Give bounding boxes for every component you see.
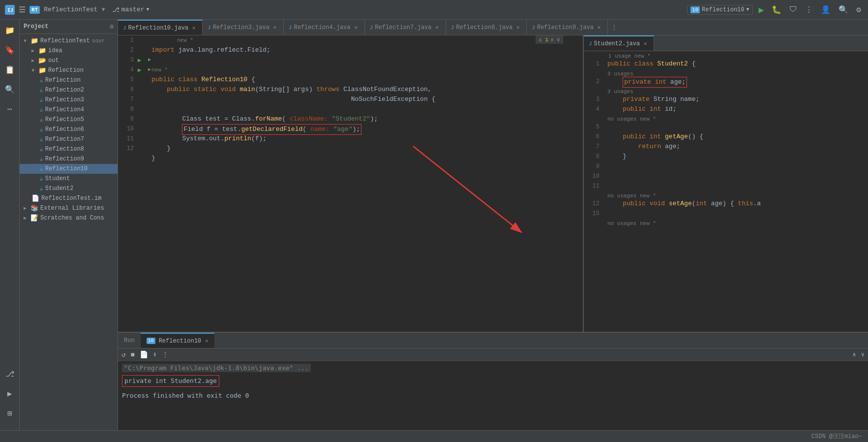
search-icon[interactable]: 🔍 [837,4,850,16]
hamburger-menu-icon[interactable]: ☰ [19,5,26,15]
tree-reflection-class[interactable]: ☕ Reflection [20,75,118,85]
run-config-icon: 10 [690,6,700,13]
tab-reflection4-close[interactable]: ✕ [353,24,359,31]
tab-student2-close[interactable]: ✕ [642,40,649,47]
tree-reflection5-class[interactable]: ☕ Reflection5 [20,115,118,125]
run-tab-label: Run [124,337,135,344]
output-exit-text: Process finished with exit code 0 [122,392,249,399]
sidebar-run-icon[interactable]: ▶ [3,387,17,401]
tab-reflection9[interactable]: J Reflection9.java ✕ [527,20,608,35]
code-line-3: public class Reflection10 { [151,75,579,85]
tree-student2-class[interactable]: ☕ Student2 [20,184,118,193]
settings-icon[interactable]: ⚙ [854,4,863,16]
tab-reflection7-label: Reflection7.java [375,24,431,31]
stop-icon[interactable]: ■ [129,350,136,360]
main-tab-bar: J Reflection10.java ✕ J Reflection3.java… [118,20,868,35]
tab-student2[interactable]: J Student2.java ✕ [584,35,654,51]
tree-reflection2-class[interactable]: ☕ Reflection2 [20,85,118,95]
right-line-3: private String name; [607,95,864,104]
code-line-5: NoSuchFieldException { [151,95,579,104]
tree-scratches[interactable]: ▶ 📝 Scratches and Cons [20,213,118,223]
code-line-1: import java.lang.reflect.Field; [151,45,579,55]
tab-reflection3-close[interactable]: ✕ [271,24,278,31]
left-code-editor[interactable]: ⚠ 1 ∧ ∨ 1 2 3 ▶ 4 ▶ 5 6 [118,35,583,332]
account-icon[interactable]: 👤 [819,4,833,16]
sidebar-find-icon[interactable]: 🔍 [3,83,17,96]
bottom-tab-icon: 10 [147,338,155,344]
tree-reflection10-class[interactable]: ☕ Reflection10 [20,164,118,174]
left-icon-strip: 📁 🔖 📋 🔍 ⋯ ⎇ ▶ ⊞ [0,20,20,430]
sidebar-terminal-icon[interactable]: ⊞ [3,407,17,420]
branch-button[interactable]: ⎇ master ▼ [109,5,152,15]
tree-reflection6-class[interactable]: ☕ Reflection6 [20,125,118,134]
tree-external-libs-label: External Libraries [40,205,104,212]
output-path-line: "C:\Program Files\Java\jdk-1.8\bin\java.… [122,363,864,373]
more-run-options[interactable]: ⋮ [803,4,815,16]
right-line-1: public class Student2 { [607,59,864,69]
project-badge: RT [30,6,40,14]
coverage-button[interactable]: 🛡 [787,4,799,15]
usage-3-1: 3 usages [607,69,864,77]
tab-reflection10[interactable]: J Reflection10.java ✕ [118,20,203,35]
debug-button[interactable]: 🐛 [770,4,783,16]
more-actions-icon[interactable]: ⋮ [160,349,170,360]
tree-student-class[interactable]: ☕ Student [20,174,118,184]
sidebar-bookmark-icon[interactable]: 🔖 [3,43,17,57]
tab-reflection10-close[interactable]: ✕ [190,25,197,32]
tree-iml-file[interactable]: 📄 ReflectionTest.im [20,193,118,203]
tree-idea-label: idea [48,47,62,54]
tab-reflection3[interactable]: J Reflection3.java ✕ [203,20,284,35]
output-result-line: private int Student2.age [122,375,864,387]
tree-out-item[interactable]: ▶ 📂 out [20,56,118,65]
tree-reflection-folder-label: Reflection [48,67,84,74]
bottom-tab-reflection10[interactable]: 10 Reflection10 ✕ [141,333,214,348]
sidebar-structure-icon[interactable]: 📋 [3,63,17,77]
tab-r3-icon: J [208,25,211,31]
output-icon[interactable]: 📄 [138,349,150,360]
tree-reflection3-class[interactable]: ☕ Reflection3 [20,95,118,105]
tab-overflow-button[interactable]: ⋮ [608,23,621,32]
project-tree[interactable]: ▼ 📁 ReflectionTest sour ▶ 📁 idea ▶ 📂 out [20,34,118,430]
code-line-9: System.out.println(f); [151,134,579,144]
tab-reflection7[interactable]: J Reflection7.java ✕ [365,20,446,35]
tab-reflection8[interactable]: J Reflection8.java ✕ [446,20,527,35]
scroll-icon[interactable]: ⬇ [151,349,158,360]
code-line-10: } [151,144,579,154]
bottom-tab-run[interactable]: Run [118,333,141,348]
tab-reflection7-close[interactable]: ✕ [434,24,441,31]
tree-root-item[interactable]: ▼ 📁 ReflectionTest sour [20,36,118,46]
tree-reflection-folder[interactable]: ▼ 📁 Reflection [20,65,118,75]
tree-reflection8-class[interactable]: ☕ Reflection8 [20,144,118,154]
right-code-editor[interactable]: 1 usage new * 1 2 3 4 5 6 7 [584,51,868,332]
down-scroll-icon[interactable]: ∨ [860,350,866,359]
usage-no-1: no usages new * [607,114,864,122]
title-bar-right: 10 Reflection10 ▼ ▶ 🐛 🛡 ⋮ 👤 🔍 ⚙ [687,3,863,16]
right-line-9 [607,161,864,171]
editor-area: J Reflection10.java ✕ J Reflection3.java… [118,20,868,430]
rerun-icon[interactable]: ↺ [120,349,127,360]
app-icon: IJ [5,5,15,15]
tab-reflection8-close[interactable]: ✕ [514,24,521,31]
code-line-2 [151,55,579,65]
tree-reflection9-class[interactable]: ☕ Reflection9 [20,154,118,164]
chevron-down-icon[interactable]: ▼ [101,6,105,13]
panel-settings-icon[interactable]: ⚙ [110,23,114,31]
bottom-tab-close[interactable]: ✕ [205,338,209,344]
tree-idea-item[interactable]: ▶ 📁 idea [20,46,118,56]
project-panel-header: Project ⚙ [20,20,118,34]
tree-external-libs[interactable]: ▶ 📚 External Libraries [20,203,118,213]
run-button[interactable]: ▶ [757,3,766,16]
tab-reflection9-label: Reflection9.java [537,24,594,31]
tab-student2-icon: J [589,41,592,47]
tree-iml-label: ReflectionTest.im [41,195,101,202]
up-scroll-icon[interactable]: ∧ [851,350,858,359]
tree-reflection7-class[interactable]: ☕ Reflection7 [20,134,118,144]
tab-reflection9-close[interactable]: ✕ [596,24,602,31]
sidebar-git-icon[interactable]: ⎇ [3,367,17,381]
tab-reflection4[interactable]: J Reflection4.java ✕ [284,20,365,35]
sidebar-project-icon[interactable]: 📁 [3,24,17,37]
project-panel-title: Project [24,23,48,30]
tree-reflection4-class[interactable]: ☕ Reflection4 [20,105,118,115]
sidebar-more-icon[interactable]: ⋯ [3,102,17,116]
run-config-selector[interactable]: 10 Reflection10 ▼ [687,5,753,15]
